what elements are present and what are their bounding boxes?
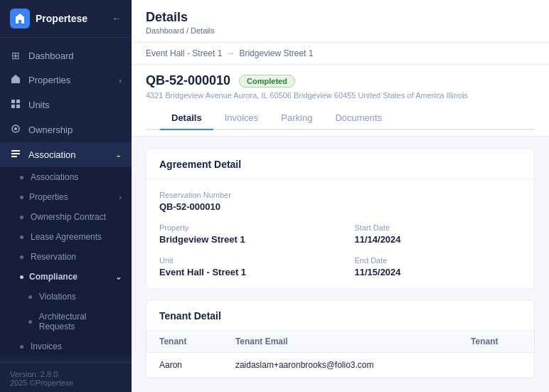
sub-item-label: Associations: [31, 172, 78, 182]
svg-rect-0: [11, 78, 20, 83]
svg-point-6: [14, 127, 17, 130]
svg-rect-4: [16, 105, 20, 108]
sub-item-label: Compliance: [29, 272, 78, 282]
svg-rect-9: [11, 156, 17, 157]
sidebar-item-association[interactable]: Association ⌄: [0, 142, 132, 167]
tenant-table: Tenant Tenant Email Tenant Aaron zaidasl…: [146, 331, 534, 378]
version-text: Version: 2.8.0: [10, 370, 122, 378]
tab-parking[interactable]: Parking: [270, 107, 324, 130]
sub-item-associations[interactable]: Associations: [0, 167, 132, 187]
unit-label: Unit: [159, 256, 326, 265]
breadcrumb: Dashboard / Details: [146, 26, 535, 35]
sidebar-item-label: Units: [28, 100, 50, 110]
end-date-label: End Date: [355, 256, 522, 265]
main-content: Details Dashboard / Details Event Hall -…: [132, 0, 549, 392]
sub-item-label: Reservation: [31, 252, 76, 262]
sub-item-label: Invoices: [31, 341, 62, 351]
dashboard-icon: ⊞: [10, 50, 21, 61]
dot-icon: [28, 320, 32, 324]
col-tenant-email: Tenant Email: [223, 331, 458, 353]
main-header: Details Dashboard / Details: [132, 0, 549, 43]
dot-icon: [28, 295, 32, 299]
sidebar-item-ownership[interactable]: Ownership: [0, 117, 132, 142]
status-badge: Completed: [239, 75, 295, 88]
svg-rect-3: [11, 105, 15, 108]
record-header: QB-52-000010 Completed 4321 Bridgeview A…: [132, 65, 549, 137]
svg-rect-2: [16, 100, 20, 103]
dot-icon: [20, 196, 23, 199]
unit-value: Event Hall - Street 1: [159, 267, 326, 277]
sub-item-reservation[interactable]: Reservation: [0, 247, 132, 267]
record-id-row: QB-52-000010 Completed: [146, 73, 535, 88]
sub-item-violations[interactable]: Violations: [0, 287, 132, 307]
sub-item-properties[interactable]: Properties ›: [0, 187, 132, 207]
field-unit: Unit Event Hall - Street 1: [159, 256, 326, 277]
tenant-detail-title: Tenant Detail: [146, 300, 534, 331]
svg-rect-8: [11, 153, 20, 154]
property-value: Bridgeview Street 1: [159, 234, 326, 245]
sub-item-lease-agreements[interactable]: Lease Agreements: [0, 227, 132, 247]
col-tenant: Tenant: [146, 331, 223, 353]
svg-rect-7: [11, 150, 20, 152]
tenant-name: Aaron: [146, 353, 223, 378]
sidebar-item-properties[interactable]: Properties ›: [0, 68, 132, 92]
association-submenu: Associations Properties › Ownership Cont…: [0, 167, 132, 356]
dot-icon: [20, 176, 23, 179]
sub-item-invoices[interactable]: Invoices: [0, 337, 132, 356]
tab-invoices[interactable]: Invoices: [213, 107, 270, 130]
sidebar-item-dashboard[interactable]: ⊞ Dashboard: [0, 43, 132, 68]
logo-icon: [10, 9, 30, 28]
record-id: QB-52-000010: [146, 73, 230, 88]
start-date-label: Start Date: [355, 223, 522, 232]
tenant-extra: [458, 353, 534, 378]
field-property: Property Bridgeview Street 1: [159, 223, 326, 245]
page-title: Details: [146, 10, 535, 25]
svg-rect-1: [11, 100, 15, 103]
sub-item-label: Properties: [29, 192, 68, 202]
location-2: Bridgeview Street 1: [239, 48, 313, 58]
sidebar-item-label: Ownership: [28, 125, 73, 135]
agreement-detail-body: Reservation Number QB-52-000010 Property…: [146, 179, 534, 289]
tenant-detail-card: Tenant Detail Tenant Tenant Email Tenant…: [146, 300, 535, 378]
dot-icon: [20, 235, 23, 239]
sidebar-footer: Version: 2.8.0 2025 ©Propertese: [0, 362, 132, 392]
field-reservation-number: Reservation Number QB-52-000010: [159, 191, 521, 212]
units-icon: [10, 99, 21, 111]
table-row: Aaron zaidaslam+aaronbrooks@folio3.com: [146, 353, 534, 378]
content-area: Agreement Detail Reservation Number QB-5…: [132, 137, 549, 392]
start-date-value: 11/14/2024: [355, 234, 522, 245]
breadcrumb-home[interactable]: Dashboard: [146, 26, 184, 35]
sub-item-label: Architectural Requests: [39, 312, 122, 332]
field-end-date: End Date 11/15/2024: [355, 256, 522, 277]
chevron-down-icon: ⌄: [115, 272, 122, 282]
tab-details[interactable]: Details: [160, 107, 213, 130]
end-date-value: 11/15/2024: [355, 267, 522, 277]
back-button[interactable]: ←: [112, 13, 122, 24]
property-label: Property: [159, 223, 326, 232]
sub-item-compliance[interactable]: Compliance ⌄: [0, 267, 132, 287]
dot-icon: [20, 255, 23, 259]
chevron-down-icon: ⌄: [115, 150, 122, 159]
dot-icon: [20, 216, 23, 219]
arrow-icon: →: [226, 48, 235, 58]
sub-item-architectural-requests[interactable]: Architectural Requests: [0, 307, 132, 337]
table-header-row: Tenant Tenant Email Tenant: [146, 331, 534, 353]
col-tenant-extra: Tenant: [458, 331, 534, 353]
field-row-unit-enddate: Unit Event Hall - Street 1 End Date 11/1…: [159, 256, 521, 277]
field-start-date: Start Date 11/14/2024: [355, 223, 522, 245]
breadcrumb-separator: /: [186, 26, 188, 35]
logo-text: Propertese: [36, 13, 87, 24]
tabs: Details Invoices Parking Documents: [146, 107, 535, 130]
properties-icon: [10, 74, 21, 86]
copyright-text: 2025 ©Propertese: [10, 378, 122, 387]
sub-item-ownership-contract[interactable]: Ownership Contract: [0, 207, 132, 227]
tenant-email: zaidaslam+aaronbrooks@folio3.com: [223, 353, 458, 378]
tab-documents[interactable]: Documents: [324, 107, 393, 130]
sub-item-label: Violations: [39, 292, 76, 302]
sub-item-label: Lease Agreements: [31, 232, 102, 242]
sub-item-label: Ownership Contract: [31, 212, 106, 222]
sidebar-item-units[interactable]: Units: [0, 92, 132, 117]
location-bar: Event Hall - Street 1 → Bridgeview Stree…: [132, 43, 549, 65]
sidebar-nav: ⊞ Dashboard Properties › Units Ownership: [0, 38, 132, 362]
agreement-detail-card: Agreement Detail Reservation Number QB-5…: [146, 148, 535, 290]
